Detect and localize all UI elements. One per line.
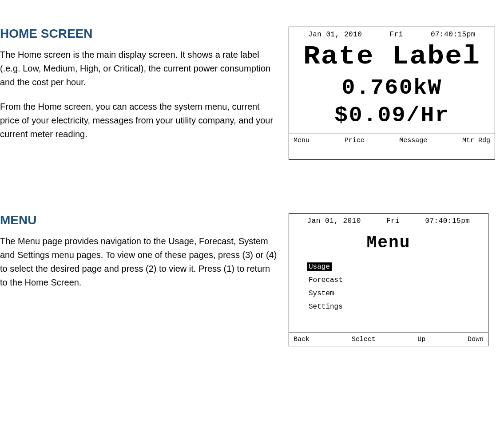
menu-item-system[interactable]: System xyxy=(307,289,336,298)
lcd-home-screen: Jan 01, 2010 Fri 07:40:15pm Rate Label 0… xyxy=(289,27,495,160)
softkey-mtr-rdg[interactable]: Mtr Rdg xyxy=(462,137,490,144)
menu-heading: MENU xyxy=(0,213,280,227)
softkey-select[interactable]: Select xyxy=(352,336,376,343)
lcd-time: 07:40:15pm xyxy=(425,217,470,225)
lcd-price-value: $0.09/Hr xyxy=(284,103,496,127)
softkey-up[interactable]: Up xyxy=(417,336,425,343)
softkey-price[interactable]: Price xyxy=(345,137,365,144)
home-heading: HOME SCREEN xyxy=(0,27,280,41)
menu-item-settings[interactable]: Settings xyxy=(307,302,345,311)
lcd-rate-label: Rate Label xyxy=(284,43,496,70)
softkey-back[interactable]: Back xyxy=(294,336,310,343)
lcd-menu-title: Menu xyxy=(289,233,488,252)
menu-item-usage[interactable]: Usage xyxy=(307,262,332,271)
menu-item-forecast[interactable]: Forecast xyxy=(307,276,345,285)
home-paragraph-2: From the Home screen, you can access the… xyxy=(0,100,280,141)
lcd-time: 07:40:15pm xyxy=(431,31,476,39)
lcd-date: Jan 01, 2010 xyxy=(307,217,361,225)
softkey-message[interactable]: Message xyxy=(399,137,427,144)
home-paragraph-1: The Home screen is the main display scre… xyxy=(0,48,280,89)
softkey-down[interactable]: Down xyxy=(468,336,484,343)
softkey-menu[interactable]: Menu xyxy=(294,137,310,144)
lcd-date: Jan 01, 2010 xyxy=(308,31,362,39)
lcd-day: Fri xyxy=(386,217,400,225)
lcd-day: Fri xyxy=(389,31,403,39)
menu-paragraph-1: The Menu page provides navigation to the… xyxy=(0,234,280,289)
lcd-menu-screen: Jan 01, 2010 Fri 07:40:15pm Menu Usage F… xyxy=(289,213,488,346)
lcd-power-value: 0.760kW xyxy=(284,76,496,100)
